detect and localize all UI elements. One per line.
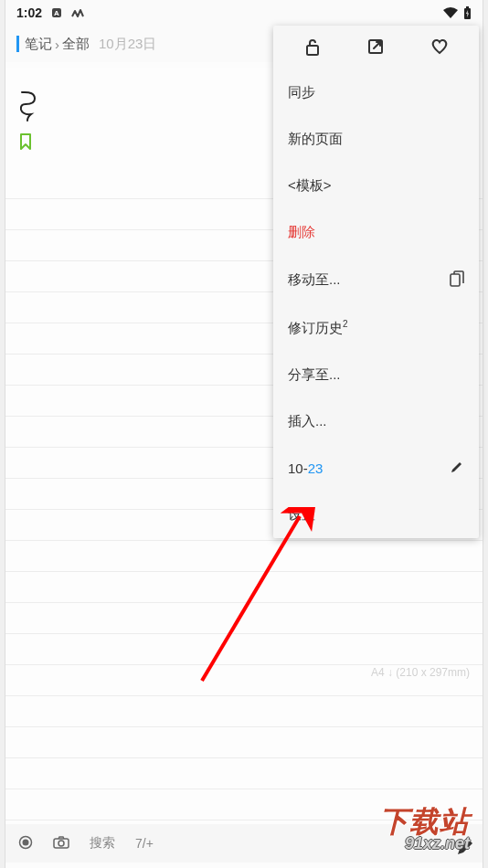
menu-delete[interactable]: 删除 [273,209,479,256]
heart-icon[interactable] [408,38,472,57]
search-label[interactable]: 搜索 [90,835,115,852]
bookmark-icon[interactable] [18,133,33,153]
menu-settings[interactable]: 设置 [273,492,479,538]
lock-icon[interactable] [281,38,344,57]
menu-share-to[interactable]: 分享至... [273,352,479,398]
breadcrumb-marker [16,36,19,52]
menu-move-to[interactable]: 移动至... [273,256,479,304]
svg-point-5 [23,839,29,845]
bottom-toolbar: 搜索 7/+ [5,824,483,863]
status-time: 1:02 [16,5,42,20]
record-icon[interactable] [18,835,33,852]
page-size-info: A4 ↓ (210 x 297mm) [371,666,470,679]
zoom-label[interactable]: 7/+ [135,836,154,851]
breadcrumb-date[interactable]: 10月23日 [99,36,156,53]
battery-icon [463,6,472,19]
wifi-icon [443,7,458,18]
status-app-icon-1: A [51,7,62,18]
breadcrumb-sep: › [55,37,59,52]
copy-icon [450,270,464,290]
menu-date-day: 23 [308,460,324,476]
menu-date[interactable]: 10-23 [273,445,479,492]
handwriting-stroke [18,90,46,126]
svg-rect-10 [451,274,460,286]
svg-point-7 [58,841,64,846]
svg-text:A: A [54,9,59,17]
breadcrumb-root[interactable]: 笔记 [25,36,52,53]
svg-rect-8 [307,46,318,55]
svg-rect-2 [466,6,469,8]
menu-template[interactable]: <模板> [273,163,479,209]
breadcrumb-all[interactable]: 全部 [62,36,90,53]
revision-count: 2 [343,319,348,329]
menu-insert[interactable]: 插入... [273,398,479,445]
menu-new-page[interactable]: 新的页面 [273,116,479,163]
camera-icon[interactable] [53,836,69,852]
pencil-icon [450,460,464,477]
status-bar: 1:02 A [5,0,483,26]
menu-sync[interactable]: 同步 [273,69,479,116]
menu-revision-history[interactable]: 修订历史2 [273,304,479,352]
open-external-icon[interactable] [345,38,408,57]
edit-pencil-icon[interactable] [455,837,475,861]
options-menu: 同步 新的页面 <模板> 删除 移动至... 修订历史2 分享至... 插入..… [273,26,479,538]
status-app-icon-2 [71,8,84,17]
